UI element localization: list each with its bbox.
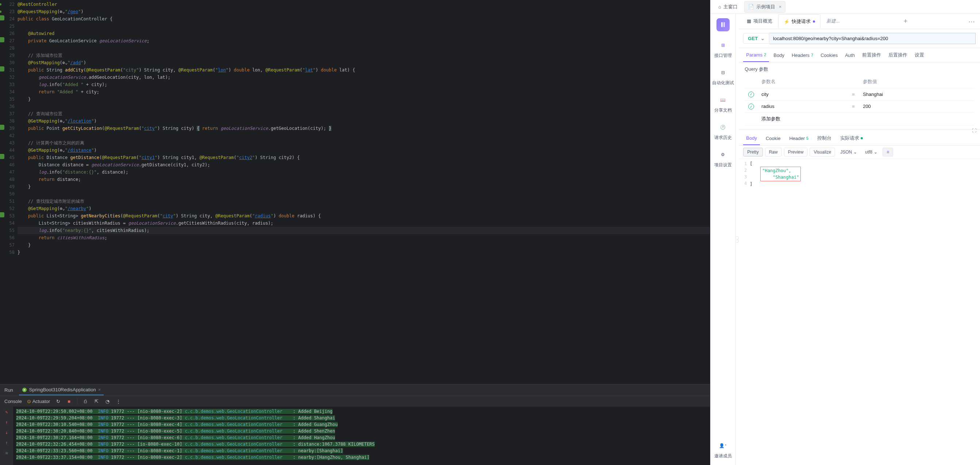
person-add-icon: 👤⁺ [717,440,729,452]
add-tab-button[interactable]: + [902,15,910,27]
query-table: 参数名 参数值 ✓city=Shanghai✓radius=200添加参数 [745,76,974,125]
close-icon[interactable]: × [98,387,101,392]
nav-invite[interactable]: 👤⁺ 邀请成员 [714,440,732,459]
view-pretty[interactable]: Pretty [743,148,762,157]
nav-project-settings[interactable]: ⚙ 项目设置 [714,149,732,168]
encoding-select[interactable]: utf8 ⌄ [862,148,880,156]
export-icon[interactable]: ⇱ [94,398,99,405]
log-lines[interactable]: 2024-10-09T22:29:50.002+08:00 INFO 19772… [13,407,710,465]
view-preview[interactable]: Preview [784,148,808,157]
lightning-icon: ⚡ [784,19,789,24]
side-nav: ⊞ 接口管理 ⊟ 自动化测试 📖 分享文档 🕐 请求历史 ⚙ 项目设置 👤⁺ [710,14,736,465]
subtab-post[interactable]: 后置操作 [886,48,910,62]
filter-icon[interactable]: ≡ [883,148,893,157]
code-content[interactable]: @RestController@RequestMapping(⊕⌄"/geo")… [18,0,710,384]
run-config-tab[interactable]: SpringBoot310RedisApplication × [19,385,103,395]
json-line: ] [750,181,980,187]
example-project-tab[interactable]: 📄 示例项目 × [744,1,786,13]
response-tabs: Body Cookie Header 5 控制台 实际请求 [739,131,980,146]
scroll-up-icon[interactable]: ↑ [3,419,10,425]
response-body[interactable]: 1234 [ "HangZhou", "Shanghai" ] [739,159,980,465]
screenshot-icon[interactable]: ⎙ [83,398,88,405]
subtab-cookies[interactable]: Cookies [818,49,841,62]
tab-new[interactable]: 新建... [821,14,845,29]
close-icon[interactable]: × [779,4,782,10]
query-title: Query 参数 [745,66,974,73]
api-main: ▦ 项目概览 ⚡ 快捷请求 新建... + ⋯ GET ⌄ [739,14,980,465]
document-tabs: ▦ 项目概览 ⚡ 快捷请求 新建... + ⋯ [739,14,980,29]
chevron-down-icon: ⌄ [874,149,877,155]
table-row[interactable]: ✓radius=200 [745,100,974,113]
nav-share-doc[interactable]: 📖 分享文档 [714,94,732,113]
grid-icon: ▦ [747,18,751,24]
collapse-handle[interactable]: › [735,236,739,243]
edit-icon[interactable]: ✎ [3,409,10,416]
stop-icon[interactable]: ■ [66,398,72,405]
tab-menu-icon[interactable]: ⋯ [966,15,977,28]
resp-tab-body[interactable]: Body [743,132,760,145]
check-icon[interactable]: ✓ [748,103,754,110]
ide-panel: 2223242526272829303132333435363738394243… [0,0,710,465]
url-input[interactable] [769,33,975,44]
status-dot-icon [861,137,863,139]
up-arrow-icon[interactable]: ↑ [3,440,10,446]
unsaved-dot-icon [813,21,815,22]
profiler-icon[interactable]: ◔ [104,398,110,405]
resp-json[interactable]: [ "HangZhou", "Shanghai" ] [750,160,980,463]
doc-icon: 📄 [748,4,754,10]
request-subtabs: Params 2 Body Headers 7 Cookies Auth 前置操… [739,48,980,62]
api-icon: ⊞ [717,40,729,51]
more-icon[interactable]: ⋮ [115,398,121,405]
scroll-down-icon[interactable]: ↓ [3,429,10,436]
view-raw[interactable]: Raw [765,148,782,157]
chevron-down-icon: ⌄ [853,149,857,155]
main-window-tab[interactable]: ⌂ 主窗口 [715,2,741,13]
json-line: "HangZhou", "Shanghai" [750,167,980,181]
subtab-pre[interactable]: 前置操作 [859,48,884,62]
resp-tab-cookie[interactable]: Cookie [763,132,783,145]
log-output[interactable]: ✎ ↑ ↓ ↑ ≡ 2024-10-09T22:29:50.002+08:00 … [0,407,710,465]
response-toolbar: Pretty Raw Preview Visualize JSON ⌄ utf8… [739,146,980,159]
run-label[interactable]: Run [5,387,13,393]
tab-quick-request[interactable]: ⚡ 快捷请求 [778,14,821,29]
wrap-icon[interactable]: ≡ [3,450,10,456]
app-logo-icon[interactable] [716,18,730,31]
chevron-down-icon: ⌄ [760,36,765,41]
nav-auto-test[interactable]: ⊟ 自动化测试 [712,67,734,86]
clock-icon: 🕐 [717,121,729,133]
gear-icon: ⚙ [717,149,729,160]
view-visualize[interactable]: Visualize [810,148,835,157]
spring-run-icon [22,387,27,392]
console-toolbar: Console ⊙ Actuator ↻ ■ ⎙ ⇱ ◔ ⋮ [0,396,710,407]
method-select[interactable]: GET ⌄ [743,33,769,44]
subtab-headers[interactable]: Headers 7 [789,49,816,62]
check-icon[interactable]: ✓ [748,92,754,97]
subtab-body[interactable]: Body [770,49,787,62]
window-tabs: ⌂ 主窗口 📄 示例项目 × [710,0,980,14]
book-icon: 📖 [717,94,729,106]
subtab-params[interactable]: Params 2 [743,49,769,62]
nav-api-management[interactable]: ⊞ 接口管理 [714,40,732,59]
run-toolbar: Run SpringBoot310RedisApplication × [0,384,710,396]
actuator-tab[interactable]: ⊙ Actuator [27,398,50,404]
api-client-panel: ⌂ 主窗口 📄 示例项目 × ⊞ 接口管理 ⊟ 自动化测试 📖 分享文档 [710,0,980,465]
table-row[interactable]: ✓city=Shanghai [745,88,974,101]
col-param-name: 参数名 [758,76,848,88]
tab-overview[interactable]: ▦ 项目概览 [742,14,778,29]
home-icon: ⌂ [718,4,721,10]
subtab-settings[interactable]: 设置 [912,48,927,62]
format-select[interactable]: JSON ⌄ [837,148,860,156]
resp-tab-console[interactable]: 控制台 [814,131,834,145]
test-icon: ⊟ [717,67,729,78]
subtab-auth[interactable]: Auth [842,49,858,62]
line-gutter: 2223242526272829303132333435363738394243… [0,0,18,384]
query-params-section: Query 参数 参数名 参数值 ✓city=Shanghai✓radius=2… [739,62,980,129]
resp-tab-actual[interactable]: 实际请求 [837,131,866,145]
resp-line-gutter: 1234 [739,160,750,463]
rerun-icon[interactable]: ↻ [55,398,61,405]
console-tab[interactable]: Console [5,398,22,404]
add-param-row[interactable]: 添加参数 [745,113,974,125]
nav-history[interactable]: 🕐 请求历史 [714,121,732,141]
code-editor[interactable]: 2223242526272829303132333435363738394243… [0,0,710,384]
resp-tab-header[interactable]: Header 5 [786,132,811,145]
